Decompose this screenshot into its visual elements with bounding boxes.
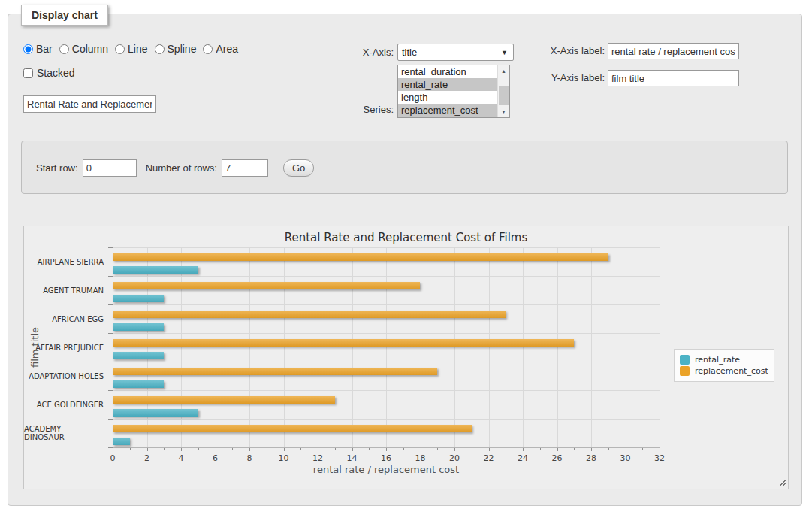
chart-bar-replacement_cost [113, 396, 335, 404]
chart-x-axis-title: rental rate / replacement cost [113, 464, 660, 475]
y-axis-tick [108, 362, 113, 362]
chart-type-option-area[interactable]: Area [203, 43, 238, 55]
x-axis-minor-tick [335, 448, 336, 450]
legend-item-rental_rate[interactable]: rental_rate [680, 355, 768, 365]
chart-type-radio-spline[interactable] [155, 44, 165, 54]
chart-type-radio-group: BarColumnLineSplineArea [23, 43, 245, 55]
start-row-label: Start row: [36, 162, 78, 174]
x-axis-minor-tick [164, 448, 165, 450]
x-axis-minor-tick [472, 448, 472, 450]
chart-bar-replacement_cost [113, 425, 472, 432]
x-axis-selected-value: title [402, 47, 417, 58]
stacked-checkbox[interactable] [23, 68, 33, 78]
x-tick-label: 26 [548, 453, 567, 463]
x-axis-label-input[interactable] [608, 43, 739, 59]
stacked-checkbox-row[interactable]: Stacked [23, 67, 75, 79]
chart-bar-replacement_cost [113, 311, 506, 318]
x-axis-tick [181, 448, 182, 451]
number-of-rows-input[interactable] [222, 159, 268, 177]
category-label: AIRPLANE SIERRA [24, 247, 108, 276]
x-tick-label: 28 [581, 453, 601, 463]
x-axis-select[interactable]: title ▼ [397, 44, 514, 61]
chart-type-radio-line[interactable] [115, 44, 125, 54]
legend-label: rental_rate [695, 355, 740, 365]
x-axis-tick [216, 448, 216, 451]
x-axis-tick [523, 448, 524, 451]
x-tick-label: 8 [240, 453, 259, 463]
x-tick-label: 14 [343, 453, 362, 463]
series-listbox[interactable]: rental_durationrental_ratelengthreplacem… [397, 65, 510, 118]
x-tick-label: 18 [411, 453, 430, 463]
listbox-scrollbar[interactable]: ▲ ▼ [497, 65, 509, 117]
x-axis-minor-tick [369, 448, 370, 450]
gridline-vertical [318, 247, 318, 447]
gridline-vertical [454, 247, 455, 447]
x-axis-tick [318, 448, 318, 451]
x-axis-minor-tick [198, 448, 199, 450]
series-option-length[interactable]: length [398, 91, 497, 104]
scrollbar-thumb[interactable] [499, 86, 509, 105]
chart-bar-rental_rate [113, 438, 130, 445]
series-option-rental_duration[interactable]: rental_duration [398, 65, 497, 78]
chart-type-option-spline[interactable]: Spline [155, 43, 197, 55]
series-options: rental_durationrental_ratelengthreplacem… [398, 65, 497, 117]
start-row-input[interactable] [83, 159, 137, 177]
chart-type-radio-bar[interactable] [23, 44, 33, 54]
x-axis-tick [386, 448, 387, 451]
gridline-vertical [249, 247, 250, 447]
chart-type-label: Bar [36, 43, 53, 55]
chart-type-radio-area[interactable] [203, 44, 213, 54]
x-axis-label-field-label: X-Axis label: [545, 45, 605, 56]
x-tick-label: 6 [206, 453, 225, 463]
x-axis-minor-tick [267, 448, 267, 450]
chart-type-radio-column[interactable] [59, 44, 69, 54]
x-axis-minor-tick [642, 448, 643, 450]
gridline-vertical [626, 247, 626, 447]
legend-label: replacement_cost [695, 366, 768, 376]
chart-title-input[interactable] [23, 95, 156, 113]
gridline-vertical [591, 247, 592, 447]
series-option-rental_rate[interactable]: rental_rate [398, 78, 497, 91]
scroll-up-icon[interactable]: ▲ [498, 65, 509, 77]
chart-bar-rental_rate [113, 352, 164, 359]
chart-type-option-bar[interactable]: Bar [23, 43, 53, 55]
scroll-down-icon[interactable]: ▼ [498, 106, 509, 117]
x-axis-tick [352, 448, 353, 451]
chart-legend: rental_ratereplacement_cost [674, 349, 774, 382]
chart-type-option-column[interactable]: Column [59, 43, 108, 55]
x-tick-label: 2 [137, 453, 157, 463]
legend-item-replacement_cost[interactable]: replacement_cost [680, 366, 768, 376]
chart-type-label: Spline [168, 43, 197, 55]
chart-type-option-line[interactable]: Line [115, 43, 147, 55]
category-label: AGENT TRUMAN [24, 276, 108, 304]
panel-title: Display chart [21, 5, 108, 26]
x-tick-label: 24 [513, 453, 533, 463]
series-select-label: Series: [337, 104, 394, 115]
x-axis-tick [113, 448, 113, 451]
y-axis-label-input[interactable] [608, 70, 739, 86]
chart-bar-replacement_cost [113, 339, 574, 347]
chart-type-label: Area [216, 43, 238, 55]
go-button[interactable]: Go [283, 159, 314, 177]
x-axis-minor-tick [574, 448, 575, 450]
gridline-vertical [147, 247, 148, 447]
y-axis-tick [108, 276, 113, 277]
chart-resize-handle[interactable] [777, 478, 786, 486]
chart-bar-rental_rate [113, 323, 164, 331]
gridline-vertical [421, 247, 421, 447]
x-axis-minor-tick [437, 448, 438, 450]
row-range-form: Start row: Number of rows: Go [21, 141, 788, 194]
series-option-replacement_cost[interactable]: replacement_cost [398, 104, 497, 117]
x-axis-tick [249, 448, 250, 451]
chart-bar-replacement_cost [113, 368, 437, 375]
chart-bar-replacement_cost [113, 282, 420, 289]
category-label: AFFAIR PREJUDICE [24, 333, 108, 362]
chart-bar-rental_rate [113, 380, 164, 388]
stacked-label: Stacked [37, 67, 75, 79]
gridline-vertical [489, 247, 490, 447]
chevron-down-icon: ▼ [501, 49, 508, 56]
gridline-vertical [386, 247, 387, 447]
x-tick-label: 12 [308, 453, 328, 463]
x-tick-label: 16 [376, 453, 396, 463]
chart-bar-rental_rate [113, 409, 198, 417]
